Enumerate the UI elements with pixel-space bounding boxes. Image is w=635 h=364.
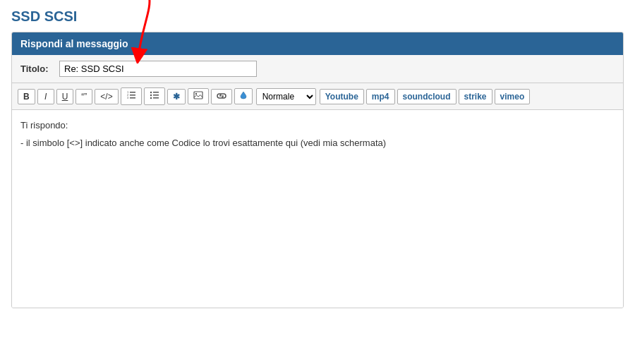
special-button[interactable]: ✱ [167, 89, 186, 104]
color-button[interactable] [234, 88, 253, 104]
underline-button[interactable]: U [56, 89, 74, 104]
link-icon [217, 92, 226, 99]
svg-rect-6 [153, 92, 159, 93]
editor-line-1: Ti rispondo: [20, 119, 615, 133]
editor-toolbar: B I U “” </> 1 2 3 [12, 83, 623, 110]
svg-rect-8 [153, 97, 159, 99]
reply-panel: Rispondi al messaggio Titolo: B I U “” <… [11, 32, 624, 308]
image-button[interactable] [188, 88, 209, 104]
code-button[interactable]: </> [95, 89, 118, 104]
svg-text:3: 3 [127, 96, 129, 99]
svg-rect-1 [130, 95, 135, 96]
unordered-list-button[interactable] [144, 87, 165, 105]
ordered-list-button[interactable]: 1 2 3 [121, 87, 142, 105]
editor-line-2: - il simbolo [<>] indicato anche come Co… [20, 136, 615, 151]
title-input[interactable] [59, 61, 257, 77]
title-label: Titolo: [20, 63, 52, 74]
color-icon [240, 91, 247, 99]
image-icon [193, 91, 203, 99]
svg-point-10 [150, 95, 152, 96]
svg-rect-7 [153, 95, 159, 96]
svg-point-13 [195, 93, 197, 95]
format-select[interactable]: Normale Heading 1 Heading 2 Heading 3 [256, 88, 316, 105]
soundcloud-button[interactable]: soundcloud [397, 89, 456, 104]
mp4-button[interactable]: mp4 [366, 89, 395, 104]
bold-button[interactable]: B [18, 89, 35, 104]
youtube-button[interactable]: Youtube [320, 89, 364, 104]
svg-point-9 [150, 92, 152, 93]
editor-content[interactable]: Ti rispondo: - il simbolo [<>] indicato … [12, 110, 623, 308]
svg-rect-2 [130, 97, 135, 99]
ordered-list-icon: 1 2 3 [126, 90, 136, 100]
svg-rect-12 [194, 92, 202, 99]
link-button[interactable] [211, 89, 232, 104]
title-row: Titolo: [12, 55, 623, 83]
strike-button[interactable]: strike [459, 89, 492, 104]
svg-rect-0 [130, 92, 135, 93]
quote-button[interactable]: “” [75, 89, 92, 104]
svg-point-11 [150, 97, 152, 99]
reply-header: Rispondi al messaggio [12, 32, 623, 55]
vimeo-button[interactable]: vimeo [495, 89, 531, 104]
italic-button[interactable]: I [37, 89, 54, 104]
page-title: SSD SCSI [11, 8, 624, 25]
unordered-list-icon [150, 90, 159, 100]
